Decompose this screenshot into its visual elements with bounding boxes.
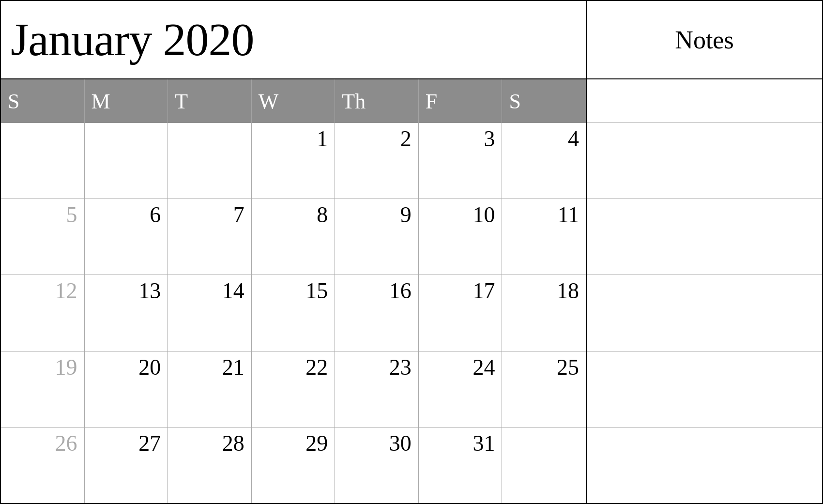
day-header-s: S: [502, 79, 586, 123]
day-number: 13: [138, 280, 161, 302]
notes-spacer: [587, 79, 822, 123]
calendar-title: January 2020: [11, 16, 254, 63]
day-headers-row: SMTWThFS: [1, 79, 586, 123]
day-number: 4: [568, 128, 579, 150]
calendar-day-30-w4-d4: 30: [335, 428, 419, 503]
calendar-day-12-w2-d0: 12: [1, 275, 85, 351]
calendar-day-7-w1-d2: 7: [168, 199, 252, 275]
day-number: 30: [389, 432, 412, 455]
day-header-w: W: [252, 79, 335, 123]
day-number: 20: [138, 356, 161, 379]
calendar-day-13-w2-d1: 13: [85, 275, 168, 351]
day-number: 6: [150, 204, 161, 226]
day-number: 11: [558, 204, 579, 226]
calendar-day-2-w0-d4: 2: [335, 123, 419, 199]
day-number: 25: [557, 356, 579, 379]
calendar-week-2: 567891011: [1, 199, 586, 275]
calendar-day-28-w4-d2: 28: [168, 428, 252, 503]
calendar-grid: 0001234567891011121314151617181920212223…: [1, 123, 586, 503]
calendar-day-3-w0-d5: 3: [419, 123, 503, 199]
day-number: 10: [472, 204, 495, 226]
calendar-day-29-w4-d3: 29: [252, 428, 335, 503]
calendar-day-21-w3-d2: 21: [168, 351, 252, 427]
day-number: 15: [305, 280, 328, 302]
calendar-day-23-w3-d4: 23: [335, 351, 419, 427]
notes-row-1[interactable]: [587, 123, 822, 199]
calendar-day-25-w3-d6: 25: [502, 351, 586, 427]
day-number: 9: [400, 204, 412, 226]
day-number: 29: [305, 432, 328, 455]
calendar-day-27-w4-d1: 27: [85, 428, 168, 503]
day-number: 16: [389, 280, 412, 302]
calendar-day-22-w3-d3: 22: [252, 351, 335, 427]
day-number: 8: [317, 204, 328, 226]
day-number: 3: [484, 128, 495, 150]
calendar-day-20-w3-d1: 20: [85, 351, 168, 427]
calendar-day-8-w1-d3: 8: [252, 199, 335, 275]
day-number: 5: [66, 204, 77, 226]
calendar-day-15-w2-d3: 15: [252, 275, 335, 351]
calendar-day-empty-w0-d0: 0: [1, 123, 85, 199]
calendar-day-14-w2-d2: 14: [168, 275, 252, 351]
calendar-container: January 2020 SMTWThFS 000123456789101112…: [0, 0, 823, 504]
notes-header: Notes: [587, 1, 822, 79]
day-number: 21: [222, 356, 244, 379]
day-header-th: Th: [335, 79, 419, 123]
notes-section: Notes: [587, 1, 822, 503]
day-number: 7: [233, 204, 244, 226]
day-number: 24: [472, 356, 495, 379]
calendar-header: January 2020: [1, 1, 586, 79]
calendar-section: January 2020 SMTWThFS 000123456789101112…: [1, 1, 587, 503]
day-number: 17: [472, 280, 495, 302]
calendar-day-11-w1-d6: 11: [502, 199, 586, 275]
calendar-week-3: 12131415161718: [1, 275, 586, 351]
day-number: 23: [389, 356, 412, 379]
calendar-day-18-w2-d6: 18: [502, 275, 586, 351]
calendar-day-16-w2-d4: 16: [335, 275, 419, 351]
calendar-day-6-w1-d1: 6: [85, 199, 168, 275]
day-header-s: S: [1, 79, 85, 123]
day-number: 2: [400, 128, 412, 150]
day-number: 31: [472, 432, 495, 455]
calendar-day-24-w3-d5: 24: [419, 351, 503, 427]
calendar-day-10-w1-d5: 10: [419, 199, 503, 275]
calendar-day-26-w4-d0: 26: [1, 428, 85, 503]
calendar-day-empty-w0-d2: 0: [168, 123, 252, 199]
calendar-day-5-w1-d0: 5: [1, 199, 85, 275]
day-number: 14: [222, 280, 244, 302]
day-number: 1: [317, 128, 328, 150]
day-header-m: M: [85, 79, 168, 123]
day-number: 22: [305, 356, 328, 379]
day-number: 26: [55, 432, 77, 455]
calendar-week-1: 0001234: [1, 123, 586, 199]
day-header-t: T: [168, 79, 252, 123]
day-number: 19: [55, 356, 77, 379]
day-number: 12: [55, 280, 77, 302]
calendar-day-4-w0-d6: 4: [502, 123, 586, 199]
day-number: 27: [138, 432, 161, 455]
calendar-day-31-w4-d5: 31: [419, 428, 503, 503]
notes-rows: [587, 123, 822, 503]
calendar-week-5: 2627282930310: [1, 428, 586, 503]
calendar-day-empty-w4-d6: 0: [502, 428, 586, 503]
notes-row-3[interactable]: [587, 275, 822, 351]
notes-row-5[interactable]: [587, 428, 822, 503]
day-number: 18: [557, 280, 579, 302]
day-number: 28: [222, 432, 244, 455]
notes-row-2[interactable]: [587, 199, 822, 275]
day-header-f: F: [419, 79, 503, 123]
calendar-week-4: 19202122232425: [1, 351, 586, 428]
notes-row-4[interactable]: [587, 351, 822, 428]
notes-title: Notes: [675, 26, 733, 54]
calendar-day-19-w3-d0: 19: [1, 351, 85, 427]
calendar-day-17-w2-d5: 17: [419, 275, 503, 351]
calendar-day-empty-w0-d1: 0: [85, 123, 168, 199]
calendar-day-1-w0-d3: 1: [252, 123, 335, 199]
calendar-day-9-w1-d4: 9: [335, 199, 419, 275]
